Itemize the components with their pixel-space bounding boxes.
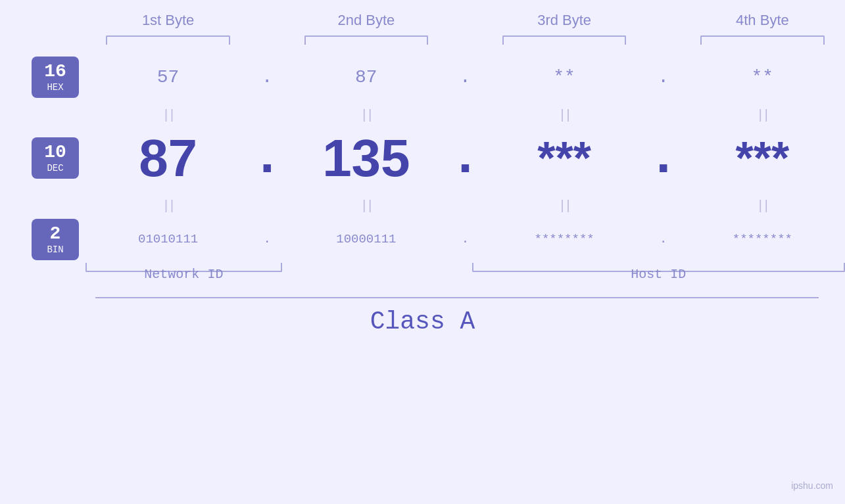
full-bottom-bracket <box>95 297 819 298</box>
bin-dot3: . <box>647 232 680 246</box>
bin-byte2: 10000111 <box>283 232 448 246</box>
bin-badge: 2 BIN <box>32 219 79 260</box>
hex-byte1: 57 <box>85 67 251 87</box>
byte4-header: 4th Byte <box>680 12 845 29</box>
bin-dot2: . <box>449 232 482 246</box>
hex-badge: 16 HEX <box>32 57 79 98</box>
hex-dot3: . <box>647 67 680 87</box>
class-label: Class A <box>370 308 475 336</box>
equals2-b4: || <box>680 198 845 214</box>
network-id-label: Network ID <box>85 267 282 282</box>
dec-badge: 10 DEC <box>32 137 79 179</box>
equals1-b1: || <box>85 108 251 123</box>
watermark: ipshu.com <box>791 480 833 492</box>
hex-byte4: ** <box>680 67 845 87</box>
dec-dot2: . <box>449 128 482 188</box>
byte4-top-bracket <box>700 35 824 45</box>
hex-byte2: 87 <box>283 67 448 87</box>
hex-dot1: . <box>251 67 283 87</box>
equals1-b3: || <box>482 108 647 123</box>
byte2-top-bracket <box>304 35 428 45</box>
hex-dot2: . <box>449 67 482 87</box>
dec-byte1: 87 <box>85 128 251 189</box>
bin-byte1: 01010111 <box>85 232 251 246</box>
byte3-header: 3rd Byte <box>482 12 647 29</box>
byte2-header: 2nd Byte <box>283 12 448 29</box>
equals2-b2: || <box>283 198 448 214</box>
equals1-b2: || <box>283 108 448 123</box>
dec-byte3: *** <box>482 132 647 185</box>
bin-dot1: . <box>251 232 283 246</box>
bin-byte4: ******** <box>680 232 845 246</box>
dec-byte4: *** <box>680 132 845 185</box>
byte1-header: 1st Byte <box>85 12 251 29</box>
dec-byte2: 135 <box>283 128 448 189</box>
byte3-top-bracket <box>502 35 626 45</box>
equals1-b4: || <box>680 108 845 123</box>
host-id-label: Host ID <box>472 267 846 282</box>
bin-byte3: ******** <box>482 232 647 246</box>
dec-dot1: . <box>251 128 283 188</box>
equals2-b3: || <box>482 198 647 214</box>
byte1-top-bracket <box>106 35 229 45</box>
hex-byte3: ** <box>482 67 647 87</box>
equals2-b1: || <box>85 198 251 214</box>
dec-dot3: . <box>647 128 680 188</box>
